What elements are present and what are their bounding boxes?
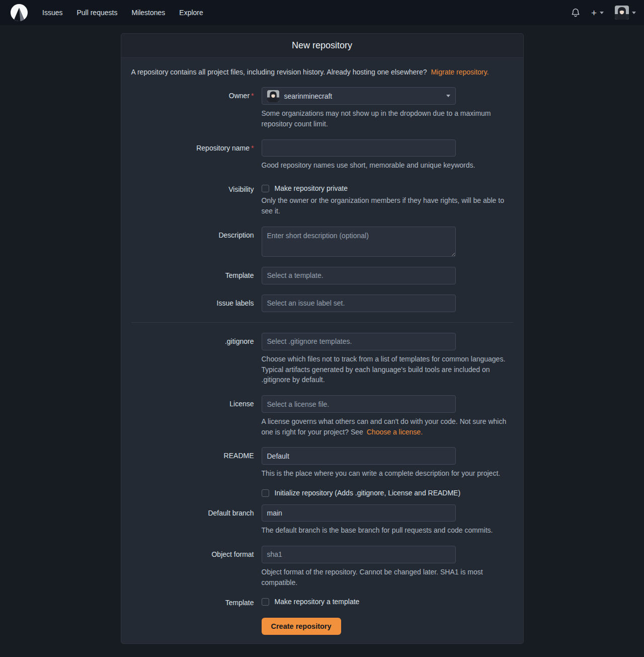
description-textarea[interactable]: [262, 227, 456, 257]
chevron-down-icon: [446, 95, 450, 97]
field-visibility: Visibility Make repository private Only …: [131, 180, 513, 216]
gitignore-label: .gitignore: [131, 333, 254, 385]
field-object-format: Object format sha1 Object format of the …: [131, 546, 513, 588]
owner-avatar: [267, 90, 279, 102]
bell-icon: [571, 8, 580, 18]
owner-help: Some organizations may not show up in th…: [262, 108, 513, 129]
field-submit: Create repository: [131, 618, 513, 635]
license-placeholder: Select a license file.: [267, 400, 330, 408]
description-label: Description: [131, 227, 254, 257]
object-format-help: Object format of the repository. Cannot …: [262, 567, 513, 588]
issue-labels-placeholder: Select an issue label set.: [267, 299, 345, 307]
initialize-checkbox-label[interactable]: Initialize repository (Adds .gitignore, …: [275, 489, 461, 497]
template-flag-checkbox-row: Make repository a template: [262, 598, 513, 606]
home-logo-link[interactable]: [10, 4, 28, 22]
template-select-label: Template: [131, 267, 254, 284]
create-repository-button[interactable]: Create repository: [262, 618, 341, 635]
field-template-select: Template Select a template.: [131, 267, 513, 284]
object-format-label: Object format: [131, 546, 254, 588]
repo-name-help: Good repository names use short, memorab…: [262, 160, 513, 171]
readme-label: README: [131, 447, 254, 479]
intro-message: A repository contains all project files,…: [131, 67, 513, 77]
object-format-select[interactable]: sha1: [262, 546, 456, 563]
owner-select[interactable]: searinminecraft: [262, 87, 456, 105]
template-flag-checkbox-label[interactable]: Make repository a template: [275, 598, 360, 606]
chevron-down-icon: [600, 12, 604, 14]
visibility-help: Only the owner or the organization membe…: [262, 195, 513, 216]
gitignore-help: Choose which files not to track from a l…: [262, 354, 513, 385]
field-gitignore: .gitignore Select .gitignore templates. …: [131, 333, 513, 385]
field-owner: Owner* searinminecraft: [131, 87, 513, 129]
template-flag-label: Template: [131, 598, 254, 607]
field-license: License Select a license file. A license…: [131, 395, 513, 437]
license-label: License: [131, 395, 254, 437]
initialize-checkbox[interactable]: [262, 489, 269, 497]
license-help: A license governs what others can and ca…: [262, 416, 513, 437]
object-format-value: sha1: [267, 550, 282, 558]
template-flag-checkbox[interactable]: [262, 598, 269, 606]
field-readme: README Default This is the place where y…: [131, 447, 513, 479]
required-asterisk: *: [251, 92, 254, 100]
repo-name-label: Repository name: [196, 144, 250, 152]
user-menu-button[interactable]: [615, 6, 636, 20]
field-issue-labels: Issue labels Select an issue label set.: [131, 295, 513, 312]
repo-name-input[interactable]: [262, 139, 456, 157]
private-checkbox-label[interactable]: Make repository private: [275, 184, 348, 192]
intro-text: A repository contains all project files,…: [131, 68, 427, 76]
default-branch-input[interactable]: [262, 504, 456, 522]
license-select[interactable]: Select a license file.: [262, 395, 456, 413]
nav-item-issues[interactable]: Issues: [35, 0, 69, 25]
owner-label: Owner: [229, 92, 250, 100]
field-default-branch: Default branch The default branch is the…: [131, 504, 513, 536]
codeberg-logo-icon: [10, 4, 28, 22]
nav-item-pull-requests[interactable]: Pull requests: [69, 0, 124, 25]
new-repo-form: A repository contains all project files,…: [121, 58, 523, 643]
issue-labels-select[interactable]: Select an issue label set.: [262, 295, 456, 312]
readme-help: This is the place where you can write a …: [262, 468, 513, 479]
issue-labels-label: Issue labels: [131, 295, 254, 312]
nav-item-milestones[interactable]: Milestones: [124, 0, 172, 25]
migrate-repository-link[interactable]: Migrate repository.: [431, 68, 489, 76]
visibility-label: Visibility: [131, 180, 254, 216]
default-branch-label: Default branch: [131, 504, 254, 536]
choose-a-license-link[interactable]: Choose a license.: [367, 428, 423, 436]
template-select[interactable]: Select a template.: [262, 267, 456, 284]
required-asterisk: *: [251, 144, 254, 152]
private-checkbox[interactable]: [262, 185, 269, 192]
plus-icon: +: [591, 8, 597, 18]
field-description: Description: [131, 227, 513, 257]
template-select-placeholder: Select a template.: [267, 271, 324, 279]
field-template-flag: Template Make repository a template: [131, 598, 513, 607]
top-navbar: Issues Pull requests Milestones Explore …: [0, 0, 644, 25]
visibility-checkbox-row: Make repository private: [262, 180, 513, 192]
default-branch-help: The default branch is the base branch fo…: [262, 525, 513, 536]
section-divider: [131, 322, 513, 323]
page-title: New repository: [121, 34, 523, 58]
navbar-right: +: [571, 6, 636, 20]
create-new-menu-button[interactable]: +: [591, 8, 604, 18]
field-initialize: Initialize repository (Adds .gitignore, …: [131, 489, 513, 497]
readme-selected-value: Default: [267, 452, 289, 460]
notifications-button[interactable]: [571, 8, 580, 18]
owner-selected-value: searinminecraft: [284, 92, 333, 100]
new-repo-panel: New repository A repository contains all…: [121, 33, 524, 644]
user-avatar: [615, 6, 629, 20]
gitignore-select[interactable]: Select .gitignore templates.: [262, 333, 456, 350]
readme-select[interactable]: Default: [262, 447, 456, 465]
nav-item-explore[interactable]: Explore: [172, 0, 210, 25]
initialize-checkbox-row: Initialize repository (Adds .gitignore, …: [262, 489, 513, 497]
chevron-down-icon: [632, 12, 636, 14]
gitignore-placeholder: Select .gitignore templates.: [267, 337, 352, 345]
field-repo-name: Repository name* Good repository names u…: [131, 139, 513, 171]
